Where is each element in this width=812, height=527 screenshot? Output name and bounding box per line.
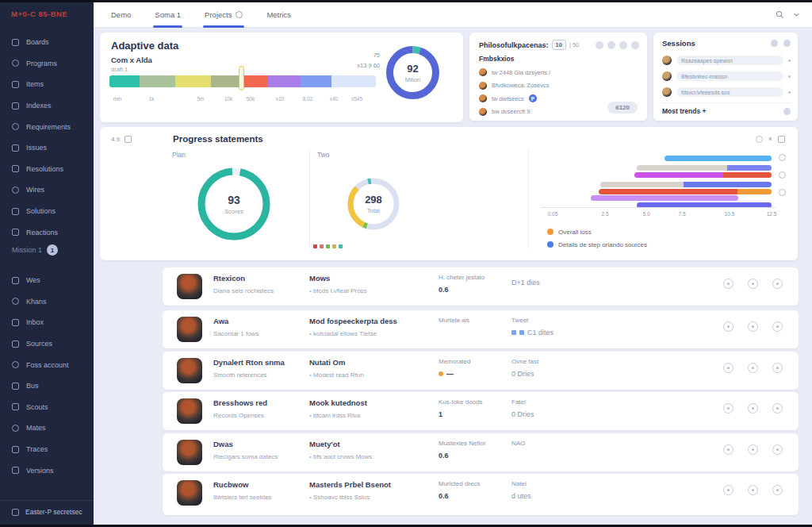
sidebar-item-label: Scouts — [26, 403, 48, 411]
search-icon[interactable] — [776, 10, 784, 19]
sidebar-item-items[interactable]: Items — [0, 74, 94, 95]
globe-icon[interactable] — [748, 321, 758, 332]
sidebar-item-programs[interactable]: Programs — [0, 53, 94, 75]
globe-icon[interactable] — [748, 363, 758, 373]
session-item[interactable]: Bfesbntrec-matssn — [662, 68, 791, 84]
globe-icon[interactable] — [748, 485, 758, 495]
notification-item[interactable]: tw 2448 Gla dzsyerts / — [479, 66, 550, 79]
sidebar-item-sources[interactable]: Sources — [0, 333, 94, 355]
panel-two-label: Two — [317, 151, 330, 159]
sidebar-item-requirements[interactable]: Requirements — [0, 116, 94, 137]
menu-item-icon — [12, 467, 19, 474]
more-icon[interactable] — [772, 444, 783, 455]
gear-icon[interactable] — [783, 108, 791, 115]
sessions-footer[interactable]: Most trends + — [662, 102, 791, 115]
action-icon[interactable] — [619, 41, 627, 49]
table-row[interactable]: AwaSacontar 1 fowsMod fospeeckerpta dess… — [163, 310, 799, 348]
row-detail-title: Mows — [309, 274, 367, 283]
chart-control-icon[interactable] — [779, 189, 786, 196]
metric-value-text: 1 — [439, 410, 442, 418]
notifications-button[interactable]: 6120 — [607, 102, 638, 113]
globe-icon[interactable] — [748, 444, 758, 455]
divider — [309, 149, 310, 249]
session-item[interactable]: fdsvcr/vfeeesds sos — [662, 84, 791, 100]
table-row[interactable]: Bresshows redRecords OpensesMook kutedno… — [163, 392, 799, 430]
close-icon[interactable]: × — [768, 135, 772, 143]
sidebar-item-bus[interactable]: Bus — [0, 375, 94, 397]
sidebar-item-bottom[interactable]: Easter-P secretsec — [0, 500, 94, 516]
table-row[interactable]: DwasRtecigars soma datecsMuety'otbfs aoc… — [163, 433, 799, 471]
notification-item[interactable]: tw dwfseecsP — [479, 92, 550, 106]
gauge-marker[interactable] — [239, 66, 244, 90]
clock-icon[interactable] — [723, 279, 733, 289]
table-row[interactable]: RtexiconDiana sets rochistecsMowsbfcds I… — [163, 267, 799, 306]
sidebar-item-resolutions[interactable]: Resolutions — [0, 159, 94, 180]
row-subtitle: Ibirtslers terl seeldes — [213, 494, 271, 501]
action-icon[interactable] — [596, 41, 603, 49]
gauge-tick-label: 10k — [224, 96, 232, 102]
menu-item-icon — [12, 446, 19, 453]
more-icon[interactable] — [772, 321, 783, 332]
clock-icon[interactable] — [723, 485, 733, 495]
expand-icon[interactable] — [778, 136, 785, 143]
row-main-cell: DwasRtecigars soma datecs — [213, 440, 278, 460]
clock-icon[interactable] — [723, 403, 733, 414]
more-icon[interactable] — [772, 279, 783, 289]
zoom-icon[interactable] — [756, 136, 763, 143]
more-icon[interactable] — [772, 485, 783, 495]
sidebar-item-traces[interactable]: Traces — [0, 439, 94, 460]
row-detail-title: Muety'ot — [309, 440, 372, 448]
sidebar-item-khans[interactable]: Khans — [0, 291, 94, 313]
sidebar-item-inbox[interactable]: Inbox — [0, 312, 94, 333]
action-icon[interactable] — [631, 41, 639, 49]
legend-swatch — [313, 244, 317, 248]
sidebar-item-scouts[interactable]: Scouts — [0, 397, 94, 418]
sidebar-item-indexes[interactable]: Indexes — [0, 95, 94, 117]
priority-badge: P — [529, 94, 537, 102]
table-row[interactable]: Dynalert Rton snmaSmooth referencesNutat… — [163, 352, 799, 390]
more-icon[interactable] — [772, 403, 783, 414]
clock-icon[interactable] — [723, 444, 733, 455]
bar-tick-label: 10.5 — [725, 211, 735, 217]
globe-icon[interactable] — [748, 279, 758, 289]
tab-projects[interactable]: Projects — [205, 2, 243, 28]
chart-control-icon[interactable] — [779, 171, 786, 179]
progress-meta: 4.9 — [111, 136, 132, 143]
action-icon[interactable] — [607, 41, 615, 49]
tab-metrics[interactable]: Metrics — [266, 2, 291, 28]
grid-icon[interactable] — [124, 136, 132, 143]
session-dot-icon — [788, 75, 791, 78]
sidebar-item-boards[interactable]: Boards — [0, 32, 94, 53]
sidebar-item-wires[interactable]: Wires — [0, 179, 94, 201]
sidebar-item-foss-account[interactable]: Foss account — [0, 354, 94, 375]
sidebar-item-wes[interactable]: Wes — [0, 270, 94, 291]
row-detail-subtitle: bfcam lrdss Riva — [309, 412, 367, 419]
row-detail-title: Masterds Prbel Bsenot — [309, 480, 391, 489]
row-title: Dwas — [213, 440, 278, 448]
tab-soma-1[interactable]: Soma 1 — [155, 2, 181, 28]
chart-control-icon[interactable] — [779, 154, 786, 161]
sidebar-item-issues[interactable]: Issues — [0, 137, 94, 159]
bar-segment — [737, 189, 772, 194]
notification-item[interactable]: Bfvdkoweca: Zosevcs — [479, 79, 550, 93]
more-icon[interactable] — [783, 40, 791, 47]
notification-item[interactable]: bw dvseercft 9 — [479, 106, 550, 119]
sidebar-item-versions[interactable]: Versions — [0, 460, 94, 481]
globe-icon[interactable] — [748, 403, 758, 414]
gear-icon[interactable] — [771, 40, 778, 47]
bar-tick-label: 7.5 — [678, 211, 685, 217]
clock-icon[interactable] — [723, 363, 733, 373]
card-subtitle: Com x Alda — [111, 56, 152, 64]
clock-icon[interactable] — [723, 321, 733, 332]
bar-chart-controls — [779, 154, 786, 196]
row-actions — [723, 403, 783, 414]
table-row[interactable]: RucbwowIbirtslers terl seeldesMasterds P… — [163, 474, 799, 515]
chevron-down-icon[interactable] — [792, 10, 801, 19]
more-icon[interactable] — [772, 363, 783, 373]
session-item[interactable]: Rsazeaapes spewon — [662, 52, 791, 68]
settings-icon — [12, 509, 19, 516]
sidebar-item-mates[interactable]: Mates — [0, 417, 94, 439]
sidebar-item-reactions[interactable]: Reactions — [0, 221, 94, 243]
sidebar-item-solutions[interactable]: Solutions — [0, 201, 94, 222]
tab-demo[interactable]: Demo — [111, 2, 131, 28]
